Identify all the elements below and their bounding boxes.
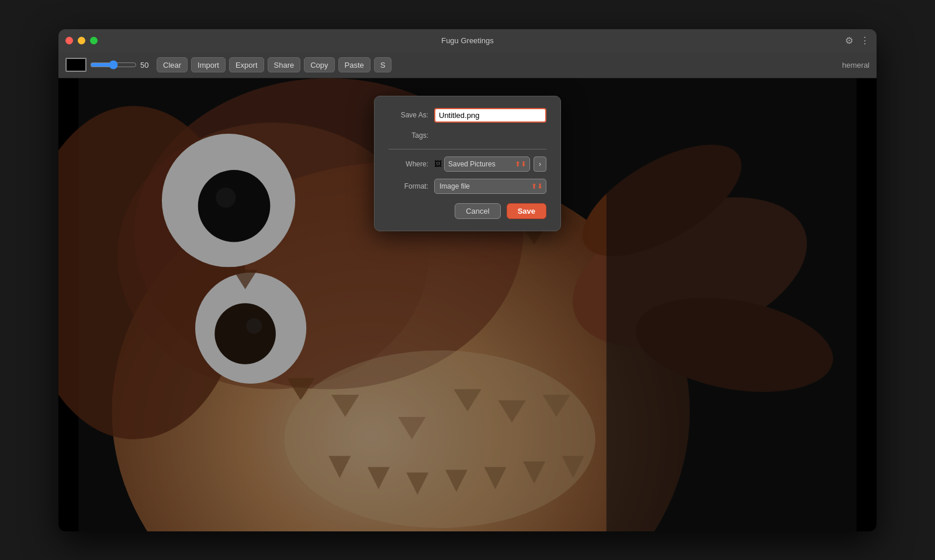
color-swatch[interactable] xyxy=(65,58,86,72)
clear-button[interactable]: Clear xyxy=(157,57,188,72)
extension-icon[interactable]: ⚙ xyxy=(845,35,853,46)
more-icon[interactable]: ⋮ xyxy=(860,35,870,46)
tags-label: Tags: xyxy=(389,131,428,140)
title-bar-actions: ⚙ ⋮ xyxy=(845,35,870,46)
copy-button[interactable]: Copy xyxy=(304,57,334,72)
title-bar: Fugu Greetings ⚙ ⋮ xyxy=(58,29,877,53)
toolbar-right-text: hemeral xyxy=(842,61,870,69)
cancel-button[interactable]: Cancel xyxy=(455,203,500,219)
modal-overlay: Save As: Untitled.png Tags: Where: 🖼 xyxy=(58,78,877,531)
close-button[interactable] xyxy=(65,37,73,44)
where-expand-button[interactable]: › xyxy=(534,156,546,172)
stroke-size-slider[interactable] xyxy=(90,60,137,69)
format-row: Format: Image file PNG JPEG WebP ⬆⬇ xyxy=(389,179,546,194)
format-select-wrapper: Image file PNG JPEG WebP ⬆⬇ xyxy=(434,179,546,194)
format-label: Format: xyxy=(389,182,428,190)
window-title: Fugu Greetings xyxy=(441,36,494,45)
filename-input[interactable]: Untitled.png xyxy=(434,108,546,123)
minimize-button[interactable] xyxy=(78,37,85,44)
maximize-button[interactable] xyxy=(90,37,98,44)
save-button[interactable]: Save xyxy=(507,203,546,219)
stroke-size-control: 50 xyxy=(90,60,153,69)
import-button[interactable]: Import xyxy=(191,57,226,72)
stroke-size-value: 50 xyxy=(140,61,153,69)
where-select[interactable]: Saved Pictures Desktop Documents Downloa… xyxy=(444,156,530,172)
save-shortcut-button[interactable]: S xyxy=(374,57,392,72)
export-button[interactable]: Export xyxy=(229,57,264,72)
share-button[interactable]: Share xyxy=(268,57,301,72)
format-select[interactable]: Image file PNG JPEG WebP xyxy=(434,179,546,194)
tags-row: Tags: xyxy=(389,130,546,149)
toolbar: 50 Clear Import Export Share Copy Paste … xyxy=(58,53,877,78)
folder-icon: 🖼 xyxy=(434,159,442,168)
canvas-area[interactable]: Save As: Untitled.png Tags: Where: 🖼 xyxy=(58,78,877,531)
save-dialog: Save As: Untitled.png Tags: Where: 🖼 xyxy=(374,96,561,231)
save-as-label: Save As: xyxy=(389,111,428,119)
where-label: Where: xyxy=(389,160,428,168)
where-row: Where: 🖼 Saved Pictures Desktop Document… xyxy=(389,156,546,172)
where-select-wrapper: 🖼 Saved Pictures Desktop Documents Downl… xyxy=(434,156,530,172)
traffic-lights xyxy=(65,37,98,44)
app-window: Fugu Greetings ⚙ ⋮ 50 Clear Import Expor… xyxy=(58,29,877,531)
where-container: 🖼 Saved Pictures Desktop Documents Downl… xyxy=(434,156,546,172)
paste-button[interactable]: Paste xyxy=(338,57,370,72)
save-as-row: Save As: Untitled.png xyxy=(389,108,546,123)
dialog-buttons: Cancel Save xyxy=(389,203,546,219)
tags-input[interactable] xyxy=(434,130,546,142)
